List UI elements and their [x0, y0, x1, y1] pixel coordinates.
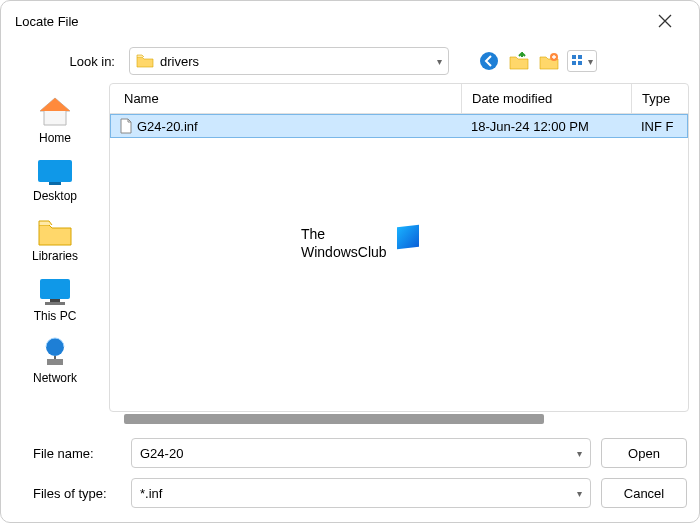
bottom-panel: File name: G24-20 ▾ Open Files of type: … — [1, 432, 699, 522]
new-folder-button[interactable] — [537, 49, 561, 73]
window-title: Locate File — [15, 14, 645, 29]
network-icon — [35, 335, 75, 369]
svg-rect-6 — [38, 160, 72, 182]
titlebar: Locate File — [1, 1, 699, 41]
back-button[interactable] — [477, 49, 501, 73]
file-name: G24-20.inf — [137, 119, 198, 134]
chevron-down-icon: ▾ — [577, 488, 582, 499]
thispc-icon — [35, 275, 75, 307]
file-list-header: Name Date modified Type — [110, 84, 688, 114]
toolbar-icons: ▾ — [477, 49, 597, 73]
libraries-icon — [35, 215, 75, 247]
places-desktop-label: Desktop — [33, 189, 77, 203]
horizontal-scrollbar[interactable] — [109, 412, 689, 426]
places-home[interactable]: Home — [10, 89, 100, 147]
dialog-window: Locate File Look in: drivers ▾ ▾ — [0, 0, 700, 523]
views-dropdown[interactable]: ▾ — [567, 50, 597, 72]
cancel-button[interactable]: Cancel — [601, 478, 687, 508]
chevron-down-icon: ▾ — [588, 56, 593, 67]
places-network[interactable]: Network — [10, 329, 100, 387]
column-type[interactable]: Type — [632, 84, 688, 113]
svg-rect-4 — [572, 61, 576, 65]
svg-rect-3 — [578, 55, 582, 59]
svg-rect-5 — [578, 61, 582, 65]
lookin-value: drivers — [160, 54, 431, 69]
chevron-down-icon: ▾ — [437, 56, 442, 67]
lookin-label: Look in: — [11, 54, 121, 69]
open-button[interactable]: Open — [601, 438, 687, 468]
lookin-combo[interactable]: drivers ▾ — [129, 47, 449, 75]
column-name[interactable]: Name — [110, 84, 462, 113]
up-one-level-button[interactable] — [507, 49, 531, 73]
places-libraries-label: Libraries — [32, 249, 78, 263]
folder-icon — [136, 54, 154, 68]
new-folder-icon — [539, 52, 559, 70]
toolbar: Look in: drivers ▾ ▾ — [1, 41, 699, 83]
svg-point-0 — [480, 52, 498, 70]
file-icon — [119, 118, 133, 134]
svg-rect-9 — [50, 299, 60, 302]
places-network-label: Network — [33, 371, 77, 385]
places-home-label: Home — [39, 131, 71, 145]
places-thispc-label: This PC — [34, 309, 77, 323]
filename-label: File name: — [13, 446, 121, 461]
file-type: INF F — [631, 119, 687, 134]
file-date: 18-Jun-24 12:00 PM — [461, 119, 631, 134]
views-icon — [571, 54, 585, 68]
filename-input[interactable]: G24-20 ▾ — [131, 438, 591, 468]
places-thispc[interactable]: This PC — [10, 269, 100, 325]
back-icon — [479, 51, 499, 71]
filetype-input[interactable]: *.inf ▾ — [131, 478, 591, 508]
file-row[interactable]: G24-20.inf 18-Jun-24 12:00 PM INF F — [110, 114, 688, 138]
desktop-icon — [35, 157, 75, 187]
home-icon — [36, 95, 74, 129]
chevron-down-icon: ▾ — [577, 448, 582, 459]
svg-rect-8 — [40, 279, 70, 299]
column-date[interactable]: Date modified — [462, 84, 632, 113]
file-list[interactable]: Name Date modified Type G24-20.inf 18-Ju… — [109, 83, 689, 412]
places-libraries[interactable]: Libraries — [10, 209, 100, 265]
body-area: Home Desktop Libraries This PC Network — [1, 83, 699, 432]
filetype-value: *.inf — [140, 486, 162, 501]
scrollbar-thumb[interactable] — [124, 414, 544, 424]
filetype-label: Files of type: — [13, 486, 121, 501]
folder-up-icon — [509, 52, 529, 70]
svg-rect-10 — [45, 302, 65, 305]
svg-rect-12 — [47, 359, 63, 365]
svg-rect-7 — [49, 182, 61, 185]
close-icon — [658, 14, 672, 28]
svg-rect-2 — [572, 55, 576, 59]
close-button[interactable] — [645, 1, 685, 41]
filename-value: G24-20 — [140, 446, 183, 461]
places-desktop[interactable]: Desktop — [10, 151, 100, 205]
places-bar: Home Desktop Libraries This PC Network — [1, 83, 109, 432]
